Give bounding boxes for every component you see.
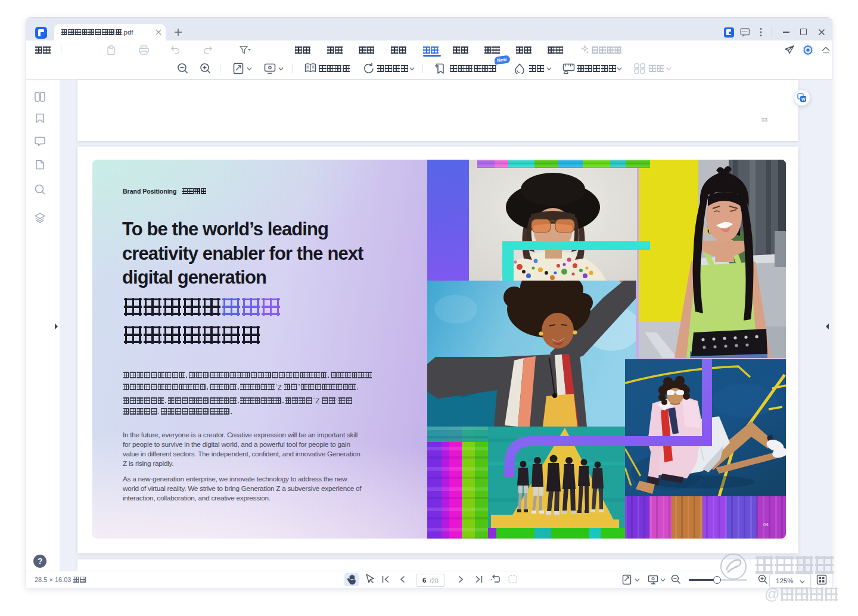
svg-text:W: W [801, 97, 806, 101]
